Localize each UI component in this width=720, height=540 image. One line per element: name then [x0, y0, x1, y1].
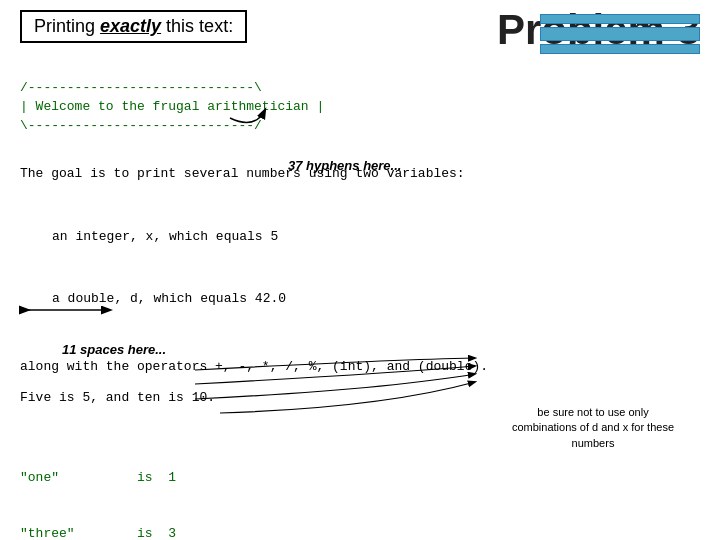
blue-bar-1 — [540, 14, 700, 24]
output-line-1: "one" is 1 — [20, 469, 700, 488]
main-content: /-----------------------------\ | Welcom… — [20, 60, 700, 540]
title-suffix: this text: — [161, 16, 233, 36]
title-prefix: Printing — [34, 16, 100, 36]
code-box: /-----------------------------\ | Welcom… — [20, 60, 700, 154]
code-line1: /-----------------------------\ — [20, 80, 262, 95]
blue-bar-2 — [540, 27, 700, 41]
blue-bar-3 — [540, 44, 700, 54]
title-italic: exactly — [100, 16, 161, 36]
variable-line2: a double, d, which equals 42.0 — [52, 289, 700, 310]
annotation-11-label: 11 spaces here... — [62, 342, 166, 357]
output-line-2: "three" is 3 — [20, 525, 700, 540]
code-line2: | Welcome to the frugal arithmetician | — [20, 99, 324, 114]
variables-block: an integer, x, which equals 5 a double, … — [20, 185, 700, 351]
page: Printing exactly this text: Problem 3 /-… — [0, 0, 720, 540]
operators-text: along with the operators +, -, *, /, %, … — [20, 357, 700, 378]
side-note: be sure not to use only combinations of … — [508, 405, 678, 451]
title-box: Printing exactly this text: — [20, 10, 247, 43]
blue-bars-decoration — [540, 14, 700, 54]
code-line3: \-----------------------------/ — [20, 118, 262, 133]
variable-line1: an integer, x, which equals 5 — [52, 227, 700, 248]
annotation-37-label: 37 hyphens here... — [288, 158, 401, 173]
